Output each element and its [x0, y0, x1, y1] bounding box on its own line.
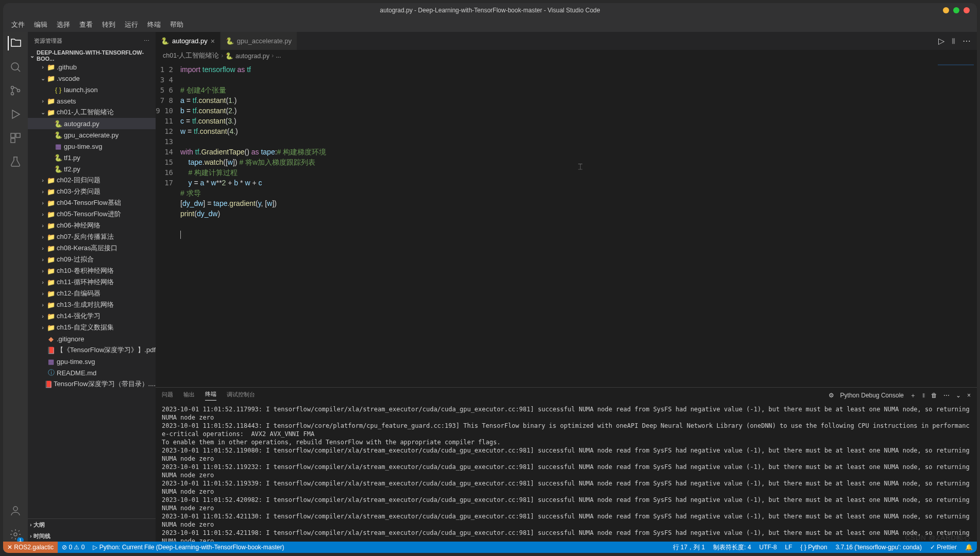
outline-section[interactable]: › 大纲 — [28, 519, 156, 530]
status-interpreter[interactable]: 3.7.16 ('tensorflow-gpu': conda) — [832, 542, 926, 553]
terminal-dropdown-icon[interactable]: ⌄ — [956, 392, 961, 399]
tree-item-【《TensorFlow深度学习》】.pdf[interactable]: 📕【《TensorFlow深度学习》】.pdf — [28, 344, 156, 356]
tree-item-ch11-循环神经网络[interactable]: ›📁ch11-循环神经网络 — [28, 276, 156, 288]
editor-body[interactable]: 1 2 3 4 5 6 7 8 9 10 11 12 13 14 15 16 1… — [156, 61, 977, 387]
status-debug[interactable]: ▷ Python: Current File (Deep-Learning-wi… — [89, 542, 288, 553]
tree-item-tf2.py[interactable]: 🐍tf2.py — [28, 163, 156, 175]
panel-tab-调试控制台[interactable]: 调试控制台 — [227, 391, 255, 401]
status-language[interactable]: { } Python — [797, 542, 832, 553]
close-tab-icon[interactable]: × — [211, 37, 215, 45]
tree-item-README.md[interactable]: ⓘREADME.md — [28, 367, 156, 378]
folder-icon: 📁 — [46, 75, 56, 82]
status-prettier[interactable]: ✓ Prettier — [926, 542, 961, 553]
tree-item-gpu-time.svg[interactable]: ▦gpu-time.svg — [28, 141, 156, 152]
tab-autograd.py[interactable]: 🐍autograd.py× — [156, 32, 221, 50]
window-title: autograd.py - Deep-Learning-with-TensorF… — [380, 7, 600, 14]
tree-item-TensorFlow深度学习（带目录）....[interactable]: 📕TensorFlow深度学习（带目录）.... — [28, 378, 156, 390]
menu-编辑[interactable]: 编辑 — [30, 21, 52, 29]
tree-item-ch06-神经网络[interactable]: ›📁ch06-神经网络 — [28, 220, 156, 231]
tree-item-ch07-反向传播算法[interactable]: ›📁ch07-反向传播算法 — [28, 231, 156, 242]
svg-point-3 — [18, 90, 20, 92]
split-icon[interactable]: ⫴ — [952, 37, 955, 46]
search-icon[interactable] — [8, 60, 23, 74]
python-icon: 🐍 — [226, 37, 234, 45]
menu-终端[interactable]: 终端 — [143, 21, 165, 29]
kill-terminal-icon[interactable]: 🗑 — [931, 392, 937, 399]
status-problems[interactable]: ⊘ 0 ⚠ 0 — [58, 542, 89, 553]
breadcrumb[interactable]: ch01-人工智能绪论›🐍 autograd.py›... — [156, 50, 977, 61]
explorer-icon[interactable] — [8, 36, 22, 50]
status-cursor[interactable]: 行 17，列 1 — [669, 542, 709, 553]
panel-tab-问题[interactable]: 问题 — [162, 391, 173, 401]
close-panel-icon[interactable]: × — [967, 392, 971, 399]
menu-文件[interactable]: 文件 — [7, 21, 29, 29]
tree-item-ch13-生成对抗网络[interactable]: ›📁ch13-生成对抗网络 — [28, 299, 156, 310]
settings-icon[interactable]: 1 — [8, 527, 23, 542]
tree-item-gpu_accelerate.py[interactable]: 🐍gpu_accelerate.py — [28, 129, 156, 141]
menu-选择[interactable]: 选择 — [53, 21, 74, 29]
folder-icon: 📁 — [46, 233, 56, 241]
tree-item-ch09-过拟合[interactable]: ›📁ch09-过拟合 — [28, 254, 156, 265]
tree-item-ch14-强化学习[interactable]: ›📁ch14-强化学习 — [28, 310, 156, 322]
source-control-icon[interactable] — [8, 83, 23, 98]
tree-item-assets[interactable]: ›📁assets — [28, 95, 156, 107]
file-tree: ›📁.github⌄📁.vscode{ }launch.json›📁assets… — [28, 61, 156, 518]
panel-tab-终端[interactable]: 终端 — [205, 390, 216, 401]
tree-item-ch08-Keras高层接口[interactable]: ›📁ch08-Keras高层接口 — [28, 242, 156, 254]
code-content[interactable]: ⌶import tensorflow as tf # 创建4个张量 a = tf… — [180, 61, 931, 387]
maximize-button[interactable] — [953, 7, 959, 13]
terminal-settings-icon[interactable]: ⚙ — [829, 392, 834, 399]
extensions-icon[interactable] — [8, 131, 23, 145]
panel-tab-输出[interactable]: 输出 — [183, 391, 195, 401]
status-notifications[interactable]: 🔔 — [961, 542, 977, 553]
run-icon[interactable]: ▷ — [938, 36, 944, 46]
close-window-button[interactable] — [964, 7, 970, 13]
tree-item-.gitignore[interactable]: ◆.gitignore — [28, 333, 156, 344]
sidebar-more-icon[interactable]: ⋯ — [144, 38, 149, 44]
tree-item-ch10-卷积神经网络[interactable]: ›📁ch10-卷积神经网络 — [28, 265, 156, 276]
menu-查看[interactable]: 查看 — [75, 21, 97, 29]
terminal-profile[interactable]: Python Debug Console — [840, 392, 904, 399]
more-icon[interactable]: ⋯ — [962, 36, 971, 46]
project-root[interactable]: ⌄DEEP-LEARNING-WITH-TENSORFLOW-BOO... — [28, 50, 156, 61]
status-remote[interactable]: ✕ ROS2.galactic — [3, 542, 58, 553]
status-encoding[interactable]: UTF-8 — [755, 542, 781, 553]
minimize-button[interactable] — [943, 7, 949, 13]
minimap[interactable] — [931, 61, 977, 387]
breadcrumb-item[interactable]: ... — [276, 52, 281, 59]
tree-item-autograd.py[interactable]: 🐍autograd.py — [28, 118, 156, 129]
folder-icon: 📁 — [46, 290, 56, 298]
breadcrumb-item[interactable]: 🐍 autograd.py — [225, 52, 269, 60]
split-terminal-icon[interactable]: ⫴ — [922, 392, 925, 399]
tree-item-ch05-TensorFlow进阶[interactable]: ›📁ch05-TensorFlow进阶 — [28, 208, 156, 220]
tree-item-ch15-自定义数据集[interactable]: ›📁ch15-自定义数据集 — [28, 322, 156, 333]
tab-gpu_accelerate.py[interactable]: 🐍gpu_accelerate.py — [221, 32, 297, 50]
tree-item-ch01-人工智能绪论[interactable]: ⌄📁ch01-人工智能绪论 — [28, 107, 156, 118]
run-debug-icon[interactable] — [8, 107, 23, 121]
tree-item-ch12-自编码器[interactable]: ›📁ch12-自编码器 — [28, 288, 156, 299]
tree-item-ch03-分类问题[interactable]: ›📁ch03-分类问题 — [28, 186, 156, 197]
tree-item-launch.json[interactable]: { }launch.json — [28, 84, 156, 95]
tree-item-gpu-time.svg[interactable]: ▦gpu-time.svg — [28, 356, 156, 367]
terminal-more-icon[interactable]: ⋯ — [943, 392, 950, 399]
svg-icon: ▦ — [46, 358, 56, 366]
status-eol[interactable]: LF — [781, 542, 797, 553]
account-icon[interactable] — [8, 503, 23, 518]
timeline-section[interactable]: › 时间线 — [28, 530, 156, 542]
breadcrumb-item[interactable]: ch01-人工智能绪论 — [163, 51, 219, 60]
terminal-output[interactable]: 2023-10-01 11:01:52.117993: I tensorflow… — [156, 403, 977, 542]
testing-icon[interactable] — [8, 154, 23, 169]
new-terminal-icon[interactable]: ＋ — [910, 391, 916, 400]
tree-item-ch04-TensorFlow基础[interactable]: ›📁ch04-TensorFlow基础 — [28, 197, 156, 208]
status-indent[interactable]: 制表符长度: 4 — [709, 542, 755, 553]
activity-bar: 1 — [3, 32, 28, 542]
tree-item-tf1.py[interactable]: 🐍tf1.py — [28, 152, 156, 163]
folder-icon: 📁 — [46, 63, 56, 71]
tree-item-.github[interactable]: ›📁.github — [28, 61, 156, 73]
tree-item-.vscode[interactable]: ⌄📁.vscode — [28, 73, 156, 84]
tree-label: gpu_accelerate.py — [64, 131, 119, 139]
menu-运行[interactable]: 运行 — [121, 21, 142, 29]
menu-帮助[interactable]: 帮助 — [166, 21, 188, 29]
tree-item-ch02-回归问题[interactable]: ›📁ch02-回归问题 — [28, 175, 156, 186]
menu-转到[interactable]: 转到 — [98, 21, 120, 29]
